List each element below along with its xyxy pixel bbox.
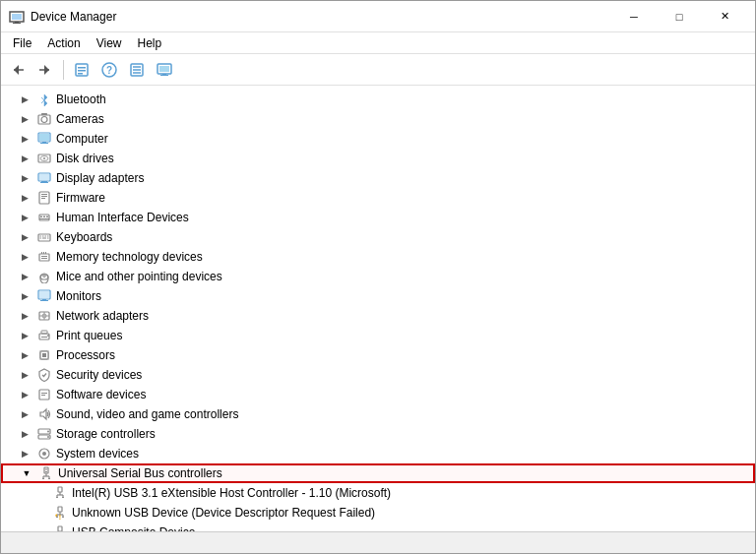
cameras-icon bbox=[36, 111, 52, 127]
toolbar: ? bbox=[1, 54, 755, 86]
tree-item-monitors[interactable]: ▶ Monitors bbox=[1, 286, 755, 306]
svg-rect-33 bbox=[39, 174, 49, 180]
tree-item-usb-controllers[interactable]: ▼ Universal Serial Bus controllers bbox=[1, 463, 755, 483]
tree-item-system-devices[interactable]: ▶ System devices bbox=[1, 444, 755, 463]
tree-item-human-interface[interactable]: ▶ Human Interface Devices bbox=[1, 208, 755, 227]
menu-help[interactable]: Help bbox=[130, 34, 170, 52]
tree-item-processors[interactable]: ▶ bbox=[1, 345, 755, 365]
expand-system-devices[interactable]: ▶ bbox=[17, 446, 32, 462]
svg-rect-46 bbox=[40, 236, 42, 237]
expand-display-adapters[interactable]: ▶ bbox=[17, 170, 32, 186]
toolbar-separator-1 bbox=[63, 60, 64, 80]
print-queues-icon bbox=[36, 328, 52, 343]
tree-item-firmware[interactable]: ▶ Firmware bbox=[1, 188, 755, 208]
svg-rect-44 bbox=[39, 218, 49, 219]
expand-usb-controllers[interactable]: ▼ bbox=[19, 465, 34, 481]
expand-mice[interactable]: ▶ bbox=[17, 269, 32, 284]
tree-item-software-devices[interactable]: ▶ Software devices bbox=[1, 385, 755, 404]
software-devices-label: Software devices bbox=[56, 388, 146, 401]
expand-sound-video[interactable]: ▶ bbox=[17, 406, 32, 422]
help-button[interactable]: ? bbox=[96, 57, 122, 83]
expand-print-queues[interactable]: ▶ bbox=[17, 328, 32, 343]
window-controls: ─ □ ✕ bbox=[611, 1, 747, 32]
update-driver-button[interactable] bbox=[124, 57, 150, 83]
maximize-button[interactable]: □ bbox=[657, 1, 702, 32]
svg-rect-47 bbox=[42, 236, 44, 237]
svg-rect-48 bbox=[45, 236, 47, 237]
tree-item-keyboards[interactable]: ▶ Keyboards bbox=[1, 227, 755, 247]
tree-item-disk-drives[interactable]: ▶ Disk drives bbox=[1, 149, 755, 168]
expand-software-devices[interactable]: ▶ bbox=[17, 387, 32, 402]
display-adapters-label: Display adapters bbox=[56, 171, 144, 185]
minimize-button[interactable]: ─ bbox=[611, 1, 657, 32]
expand-keyboards[interactable]: ▶ bbox=[17, 229, 32, 245]
tree-item-print-queues[interactable]: ▶ Print queues bbox=[1, 326, 755, 345]
svg-rect-34 bbox=[41, 181, 47, 182]
usb-intel-label: Intel(R) USB 3.1 eXtensible Host Control… bbox=[72, 486, 391, 500]
close-button[interactable]: ✕ bbox=[702, 1, 747, 32]
monitor-button[interactable] bbox=[152, 57, 177, 83]
expand-firmware[interactable]: ▶ bbox=[17, 190, 32, 206]
network-adapters-icon bbox=[36, 308, 52, 324]
svg-rect-19 bbox=[159, 66, 169, 72]
svg-rect-121 bbox=[62, 517, 64, 518]
expand-disk-drives[interactable]: ▶ bbox=[17, 151, 32, 166]
svg-rect-64 bbox=[39, 291, 49, 298]
network-adapters-label: Network adapters bbox=[56, 309, 149, 323]
tree-item-sound-video[interactable]: ▶ Sound, video and game controllers bbox=[1, 404, 755, 424]
svg-rect-105 bbox=[48, 478, 50, 479]
usb-unknown-label: Unknown USB Device (Device Descriptor Re… bbox=[72, 506, 375, 520]
system-devices-label: System devices bbox=[56, 447, 139, 461]
expand-computer[interactable]: ▶ bbox=[17, 131, 32, 147]
tree-item-cameras[interactable]: ▶ Cameras bbox=[1, 109, 755, 129]
expand-cameras[interactable]: ▶ bbox=[17, 111, 32, 127]
computer-icon bbox=[36, 131, 52, 147]
tree-item-security-devices[interactable]: ▶ Security devices bbox=[1, 365, 755, 385]
expand-monitors[interactable]: ▶ bbox=[17, 288, 32, 304]
svg-rect-21 bbox=[160, 75, 168, 76]
tree-item-network-adapters[interactable]: ▶ Network adapters bbox=[1, 306, 755, 326]
svg-rect-28 bbox=[40, 143, 48, 144]
tree-item-bluetooth[interactable]: ▶ Bluetooth bbox=[1, 90, 755, 109]
human-interface-label: Human Interface Devices bbox=[56, 211, 189, 224]
forward-button[interactable] bbox=[32, 57, 58, 83]
back-button[interactable] bbox=[5, 57, 31, 83]
memory-tech-icon bbox=[36, 249, 52, 265]
svg-rect-66 bbox=[40, 300, 48, 301]
svg-rect-113 bbox=[56, 497, 58, 498]
sound-video-label: Sound, video and game controllers bbox=[56, 407, 238, 421]
expand-bluetooth[interactable]: ▶ bbox=[17, 92, 32, 107]
properties-button[interactable] bbox=[69, 57, 94, 83]
svg-rect-65 bbox=[42, 299, 46, 300]
expand-security-devices[interactable]: ▶ bbox=[17, 367, 32, 383]
tree-item-memory-tech[interactable]: ▶ Memory technology devices bbox=[1, 247, 755, 267]
menu-view[interactable]: View bbox=[89, 34, 130, 52]
tree-item-storage-controllers[interactable]: ▶ Storage controllers bbox=[1, 424, 755, 444]
device-manager-window: Device Manager ─ □ ✕ File Action View He… bbox=[0, 0, 756, 554]
expand-storage-controllers[interactable]: ▶ bbox=[17, 426, 32, 442]
sound-video-icon bbox=[36, 406, 52, 422]
menu-action[interactable]: Action bbox=[39, 34, 88, 52]
tree-item-mice[interactable]: ▶ Mice and other pointing devices bbox=[1, 267, 755, 286]
svg-point-23 bbox=[41, 117, 47, 123]
expand-processors[interactable]: ▶ bbox=[17, 347, 32, 363]
tree-item-computer[interactable]: ▶ Computer bbox=[1, 129, 755, 149]
bluetooth-icon bbox=[36, 92, 52, 107]
memory-tech-label: Memory technology devices bbox=[56, 250, 203, 264]
tree-item-display-adapters[interactable]: ▶ Display adapters bbox=[1, 168, 755, 188]
svg-rect-106 bbox=[45, 469, 47, 470]
expand-memory-tech[interactable]: ▶ bbox=[17, 249, 32, 265]
svg-rect-39 bbox=[41, 198, 45, 199]
expand-network-adapters[interactable]: ▶ bbox=[17, 308, 32, 324]
device-tree[interactable]: ▶ Bluetooth ▶ bbox=[1, 86, 755, 531]
human-interface-icon bbox=[36, 210, 52, 225]
tree-item-usb-composite-1[interactable]: ▶ USB Composite Device bbox=[1, 523, 755, 531]
tree-item-usb-intel[interactable]: ▶ Intel(R) USB 3.1 eXtensible Host Contr… bbox=[1, 483, 755, 503]
processors-icon bbox=[36, 347, 52, 363]
svg-text:!: ! bbox=[59, 514, 61, 521]
svg-point-31 bbox=[43, 157, 45, 159]
expand-human-interface[interactable]: ▶ bbox=[17, 210, 32, 225]
menu-file[interactable]: File bbox=[5, 34, 39, 52]
tree-item-usb-unknown[interactable]: ▶ ! Unknown USB Device (Device Descr bbox=[1, 503, 755, 523]
svg-rect-53 bbox=[39, 254, 49, 261]
